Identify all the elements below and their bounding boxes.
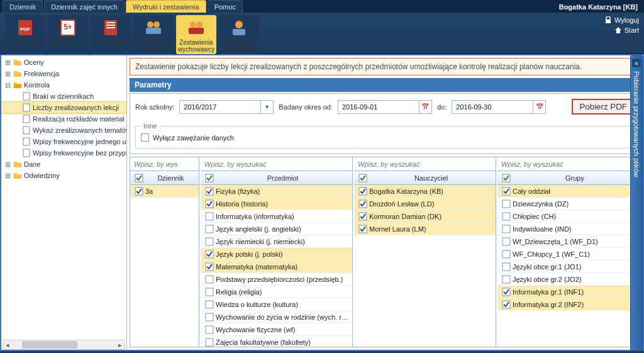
list-item[interactable]: Języki obce gr.1 (JO1) [497, 261, 640, 273]
list-item[interactable]: Chłopiec (CH) [497, 210, 640, 223]
tree-frekwencja[interactable]: ⊞ Frekwencja [1, 68, 127, 79]
header-nauczyciel[interactable]: Nauczyciel [354, 171, 496, 185]
list-item[interactable]: Język niemiecki (j. niemiecki) [201, 235, 352, 248]
list-item[interactable]: Informatyka (informatyka) [201, 210, 352, 223]
list-item[interactable]: Fizyka (fizyka) [201, 185, 352, 198]
list-item[interactable]: Bogatka Katarzyna (KB) [354, 185, 496, 198]
list-item[interactable]: Informatyka gr.2 (INF2) [497, 298, 640, 311]
tab-dziennik[interactable]: Dziennik [3, 0, 43, 13]
tree-oceny[interactable]: ⊞ Oceny [1, 57, 127, 68]
ribbon-zdyrektora[interactable]: Zestawienia dyrektora [133, 15, 174, 54]
list-item[interactable]: Mornel Laura (LM) [354, 223, 496, 235]
search-nauczyciel[interactable] [354, 157, 496, 171]
checkbox-wrap[interactable] [500, 288, 513, 296]
tree-wpisy1[interactable]: Wpisy frekwencyjne jednego u [1, 136, 127, 147]
ribbon-arkusze[interactable]: 5+ Arkusze ocen [48, 15, 88, 54]
search-dziennik[interactable] [130, 157, 199, 171]
header-grupy[interactable]: Grupy [497, 171, 640, 185]
list-item[interactable]: Podstawy przedsiębiorczości (przedsięb.) [201, 273, 352, 286]
checkbox-wrap[interactable] [500, 237, 513, 246]
wylacz-checkbox[interactable] [141, 133, 149, 142]
list-item[interactable]: Kormoran Damian (DK) [354, 210, 496, 223]
checkbox-wrap[interactable] [500, 199, 513, 208]
list-item[interactable]: Język polski (j. polski) [201, 248, 352, 261]
scrollbar-horizontal[interactable]: ◂ ▸ [3, 340, 125, 350]
tree-rozklad[interactable]: Realizacja rozkładów materiał [1, 113, 127, 125]
header-przedmiot[interactable]: Przedmiot [201, 171, 352, 185]
list-nauczyciel[interactable]: Bogatka Katarzyna (KB)Drozdoń Lesław (LD… [354, 185, 496, 347]
list-dziennik[interactable]: 3a [130, 185, 199, 347]
ribbon-wydruki[interactable]: PDF Wydruki [5, 15, 45, 54]
tree-braki[interactable]: Braki w dziennikach [1, 91, 127, 102]
checkbox-wrap[interactable] [357, 187, 369, 196]
checkbox-wrap[interactable] [203, 212, 216, 221]
checkbox-header-icon[interactable] [357, 174, 369, 182]
list-item[interactable]: Informatyka gr.1 (INF1) [497, 286, 640, 298]
list-grupy[interactable]: Cały oddziałDziewczynka (DZ)Chłopiec (CH… [497, 185, 640, 347]
list-item[interactable]: Języki obce gr.2 (JO2) [497, 273, 640, 286]
tree-wpisy2[interactable]: Wpisy frekwencyjne bez przypi [1, 147, 127, 159]
checkbox-wrap[interactable] [133, 187, 145, 196]
checkbox-wrap[interactable] [500, 187, 513, 196]
tree-kontrola[interactable]: ⊟ Kontrola [1, 79, 127, 91]
tree-odwiedziny[interactable]: ⊞ Odwiedziny [1, 170, 127, 181]
checkbox-wrap[interactable] [357, 199, 369, 208]
list-item[interactable]: Wychowanie do życia w rodzinie (wych. ro… [201, 311, 352, 323]
list-item[interactable]: WF_Chłopcy_1 (WF_C1) [497, 248, 640, 261]
tree-panel[interactable]: ⊞ Oceny ⊞ Frekwencja ⊟ Kontrola Braki w … [1, 55, 127, 350]
list-item[interactable]: Cały oddział [497, 185, 640, 198]
search-przedmiot[interactable] [201, 157, 352, 171]
checkbox-wrap[interactable] [203, 237, 216, 246]
tree-tematy[interactable]: Wykaz zrealizowanych tematów [1, 125, 127, 136]
tree-liczby[interactable]: Liczby zrealizowanych lekcji [1, 102, 127, 113]
checkbox-wrap[interactable] [500, 250, 513, 259]
checkbox-wrap[interactable] [357, 212, 369, 221]
list-item[interactable]: Drozdoń Lesław (LD) [354, 198, 496, 210]
checkbox-wrap[interactable] [500, 212, 513, 221]
checkbox-wrap[interactable] [203, 325, 216, 334]
checkbox-header-icon[interactable] [500, 174, 513, 182]
checkbox-wrap[interactable] [203, 338, 216, 347]
list-przedmiot[interactable]: Fizyka (fizyka)Historia (historia)Inform… [201, 185, 352, 347]
checkbox-wrap[interactable] [500, 275, 513, 284]
checkbox-wrap[interactable] [203, 199, 216, 208]
pobierz-pdf-button[interactable]: Pobierz PDF [572, 99, 635, 115]
checkbox-wrap[interactable] [203, 262, 216, 271]
list-item[interactable]: Język angielski (j. angielski) [201, 223, 352, 235]
ribbon-zwychowawcy[interactable]: Zestawienia wychowawcy [176, 15, 216, 54]
list-item[interactable]: Wychowanie fizyczne (wf) [201, 323, 352, 336]
list-item[interactable]: Zajęcia fakultatywne (fakultety) [201, 336, 352, 347]
checkbox-wrap[interactable] [203, 300, 216, 309]
checkbox-wrap[interactable] [357, 225, 369, 233]
list-item[interactable]: Matematyka (matematyka) [201, 261, 352, 273]
download-panel-tab[interactable]: « Pobieranie przygotowanych plików [630, 55, 643, 351]
tab-wydruki[interactable]: Wydruki i zestawienia [126, 0, 206, 13]
list-item[interactable]: 3a [130, 185, 199, 198]
tab-dzinne[interactable]: Dziennik zajęć innych [44, 0, 125, 13]
checkbox-wrap[interactable] [203, 288, 216, 296]
header-dziennik[interactable]: Dziennik [130, 171, 199, 185]
checkbox-header-icon[interactable] [203, 174, 216, 182]
search-grupy[interactable] [497, 157, 640, 171]
list-item[interactable]: Indywidualne (IND) [497, 223, 640, 235]
scroll-left-icon[interactable]: ◂ [3, 341, 12, 349]
list-item[interactable]: Wf_Dziewczęta_1 (WF_D1) [497, 235, 640, 248]
scroll-right-icon[interactable]: ▸ [116, 341, 125, 349]
rok-combo[interactable]: 2016/2017 ▾ [179, 100, 274, 114]
wylacz-checkbox-wrap[interactable]: Wyłącz zawężanie danych [141, 133, 234, 142]
ribbon-swiadectwa[interactable]: Świadectwa [91, 15, 131, 54]
checkbox-header-icon[interactable] [133, 174, 145, 182]
list-item[interactable]: Historia (historia) [201, 198, 352, 210]
checkbox-wrap[interactable] [203, 275, 216, 284]
checkbox-wrap[interactable] [500, 300, 513, 309]
tree-dane[interactable]: ⊞ Dane [1, 159, 127, 170]
scrollbar-thumb[interactable] [22, 341, 77, 349]
checkbox-wrap[interactable] [203, 225, 216, 233]
logout-link[interactable]: Wyloguj [604, 16, 639, 24]
checkbox-wrap[interactable] [500, 262, 513, 271]
date-do[interactable]: 2016-09-30 📅 [452, 100, 546, 114]
tab-pomoc[interactable]: Pomoc [208, 0, 243, 13]
checkbox-wrap[interactable] [203, 250, 216, 259]
ribbon-znauczyciela[interactable]: Zestawienia nauczyciela [219, 15, 259, 54]
list-item[interactable]: Religia (religia) [201, 286, 352, 298]
